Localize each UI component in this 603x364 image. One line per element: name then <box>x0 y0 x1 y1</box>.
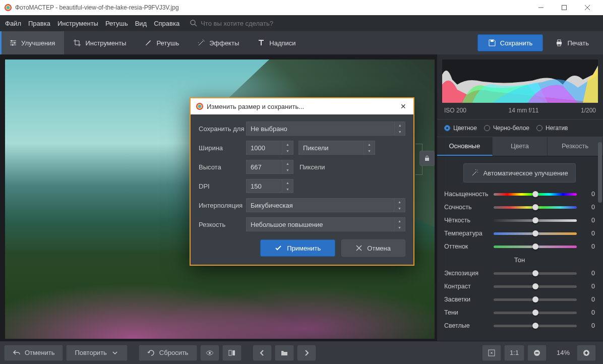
print-button[interactable]: Печать <box>546 31 598 54</box>
menu-tools[interactable]: Инструменты <box>57 20 98 27</box>
clarity-slider[interactable] <box>494 219 577 222</box>
tint-slider[interactable] <box>494 246 577 248</box>
menu-bar: Файл Правка Инструменты Ретушь Вид Справ… <box>0 15 603 31</box>
compare-icon <box>228 349 236 357</box>
window-minimize-button[interactable] <box>529 0 553 15</box>
width-unit-select[interactable]: Пиксели <box>298 141 364 155</box>
window-maximize-button[interactable] <box>553 0 576 15</box>
apply-button[interactable]: Применить <box>260 239 335 257</box>
fit-screen-button[interactable] <box>482 345 501 361</box>
contrast-value[interactable]: 0 <box>577 283 595 290</box>
minus-icon <box>533 349 541 357</box>
temperature-value[interactable]: 0 <box>577 230 595 237</box>
exif-shutter: 1/200 <box>581 107 596 114</box>
dialog-titlebar[interactable]: Изменить размер и сохранить... ✕ <box>191 98 413 114</box>
tone-section-header: Тон <box>444 256 595 264</box>
height-input[interactable]: 667 <box>246 160 282 174</box>
preview-button[interactable] <box>200 345 219 361</box>
shadows-value[interactable]: 0 <box>577 309 595 316</box>
zoom-level: 14% <box>550 349 577 356</box>
width-spinner[interactable]: ▲▼ <box>282 141 293 155</box>
exif-info: ISO 200 14 mm f/11 1/200 <box>437 105 603 119</box>
adjust-tabs: Основные Цвета Резкость <box>437 137 603 156</box>
tab-effects[interactable]: Эффекты <box>188 31 248 54</box>
mode-color-radio[interactable]: Цветное <box>444 125 477 132</box>
exif-iso: ISO 200 <box>444 107 466 114</box>
tab-captions[interactable]: Надписи <box>248 31 305 54</box>
undo-button[interactable]: Отменить <box>4 345 63 361</box>
interp-spinner[interactable]: ▲▼ <box>394 198 405 212</box>
histogram[interactable] <box>442 59 598 103</box>
mode-negative-radio[interactable]: Негатив <box>536 125 568 132</box>
width-label: Ширина <box>199 144 246 152</box>
width-input[interactable]: 1000 <box>246 141 282 155</box>
chevron-right-icon <box>303 349 311 357</box>
exposure-slider[interactable] <box>494 272 577 275</box>
menu-retouch[interactable]: Ретушь <box>105 20 128 27</box>
tab-colors[interactable]: Цвета <box>493 137 548 156</box>
mode-bw-radio[interactable]: Черно-белое <box>484 125 529 132</box>
vibrance-slider[interactable] <box>494 206 577 209</box>
svg-rect-13 <box>229 350 231 355</box>
redo-button[interactable]: Повторить <box>66 345 127 361</box>
actual-size-button[interactable]: 1:1 <box>504 345 524 361</box>
tab-improvements-label: Улучшения <box>21 39 55 47</box>
interp-select[interactable]: Бикубическая <box>246 198 394 212</box>
zoom-out-button[interactable] <box>527 345 547 361</box>
dpi-input[interactable]: 150 <box>246 179 282 193</box>
save-for-select[interactable]: Не выбрано <box>246 122 395 136</box>
save-button-label: Сохранить <box>500 39 533 47</box>
highlights-slider[interactable] <box>494 298 577 301</box>
menu-file[interactable]: Файл <box>5 20 21 27</box>
tab-retouch[interactable]: Ретушь <box>135 31 188 54</box>
tab-tools[interactable]: Инструменты <box>64 31 135 54</box>
panel-scrollbar[interactable] <box>598 142 603 364</box>
temperature-label: Температура <box>444 230 494 237</box>
chevron-down-icon <box>111 349 119 357</box>
open-folder-button[interactable] <box>275 345 294 361</box>
compare-button[interactable] <box>222 345 242 361</box>
window-close-button[interactable] <box>576 0 599 15</box>
zoom-in-button[interactable] <box>577 345 596 361</box>
crop-icon <box>73 39 81 47</box>
menu-help[interactable]: Справка <box>154 20 179 27</box>
save-for-spinner[interactable]: ▲▼ <box>395 122 405 136</box>
search-input[interactable] <box>201 20 302 27</box>
whites-label: Светлые <box>444 322 494 329</box>
tab-basic[interactable]: Основные <box>437 137 493 156</box>
width-unit-spinner[interactable]: ▲▼ <box>364 141 375 155</box>
resize-dialog: Изменить размер и сохранить... ✕ Сохрани… <box>190 97 414 266</box>
sharp-spinner[interactable]: ▲▼ <box>394 217 405 231</box>
height-spinner[interactable]: ▲▼ <box>282 160 293 174</box>
whites-value[interactable]: 0 <box>577 322 595 329</box>
dialog-close-button[interactable]: ✕ <box>398 100 408 112</box>
plus-icon <box>582 349 590 357</box>
dpi-spinner[interactable]: ▲▼ <box>282 179 293 193</box>
tab-sharpness[interactable]: Резкость <box>548 137 603 156</box>
status-bar: Отменить Повторить Сбросить 1:1 14% <box>0 341 603 364</box>
auto-enhance-button[interactable]: Автоматическое улучшение <box>463 163 575 183</box>
reset-icon <box>147 349 155 357</box>
menu-view[interactable]: Вид <box>135 20 147 27</box>
exposure-value[interactable]: 0 <box>577 270 595 277</box>
clarity-value[interactable]: 0 <box>577 217 595 224</box>
tab-improvements[interactable]: Улучшения <box>0 31 64 54</box>
next-image-button[interactable] <box>297 345 316 361</box>
sharp-select[interactable]: Небольшое повышение <box>246 217 394 231</box>
tint-value[interactable]: 0 <box>577 243 595 250</box>
shadows-slider[interactable] <box>494 312 577 314</box>
save-button[interactable]: Сохранить <box>477 34 544 51</box>
saturation-slider[interactable] <box>494 193 577 196</box>
saturation-value[interactable]: 0 <box>577 191 595 198</box>
temperature-slider[interactable] <box>494 232 577 235</box>
menu-edit[interactable]: Правка <box>28 20 50 27</box>
whites-slider[interactable] <box>494 325 577 327</box>
prev-image-button[interactable] <box>253 345 272 361</box>
tab-effects-label: Эффекты <box>209 39 239 47</box>
contrast-slider[interactable] <box>494 285 577 288</box>
aspect-lock-button[interactable] <box>419 151 435 166</box>
reset-button[interactable]: Сбросить <box>139 345 197 361</box>
cancel-button[interactable]: Отмена <box>341 239 405 257</box>
vibrance-value[interactable]: 0 <box>577 204 595 211</box>
highlights-value[interactable]: 0 <box>577 296 595 303</box>
